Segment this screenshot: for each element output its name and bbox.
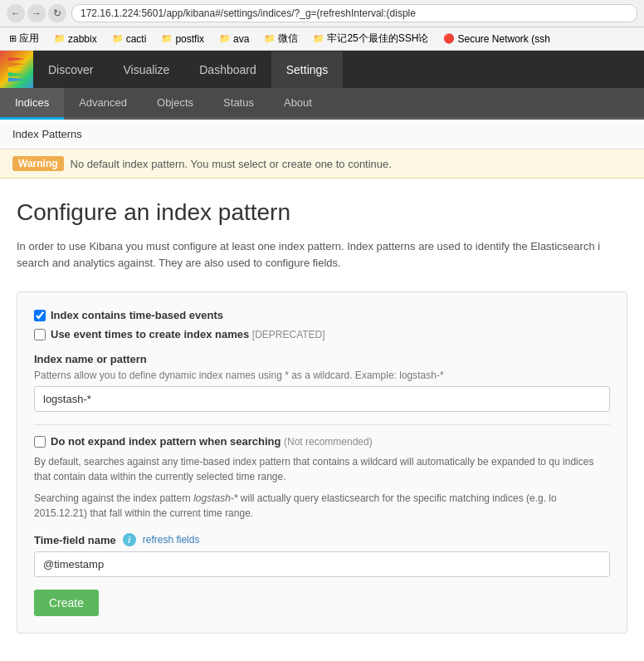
nav-dashboard[interactable]: Dashboard bbox=[184, 51, 271, 88]
main-content: Configure an index pattern In order to u… bbox=[0, 179, 644, 650]
bookmarks-bar: ⊞ 应用 📁 zabbix 📁 cacti 📁 postfix 📁 ava 📁 … bbox=[0, 27, 644, 51]
page-description: In order to use Kibana you must configur… bbox=[17, 238, 627, 271]
event-times-checkbox-row: Use event times to create index names [D… bbox=[34, 328, 610, 340]
bookmark-zabbix[interactable]: 📁 zabbix bbox=[50, 32, 101, 47]
bookmark-secure-network[interactable]: 🔴 Secure Network (ssh bbox=[439, 32, 554, 47]
bookmark-zabbix-label: zabbix bbox=[68, 33, 97, 45]
nav-settings[interactable]: Settings bbox=[271, 51, 344, 88]
index-name-input[interactable]: logstash-* bbox=[34, 386, 610, 412]
bookmark-postfix-label: postfix bbox=[175, 33, 204, 45]
expand-label-text: Do not expand index pattern when searchi… bbox=[51, 435, 281, 448]
nav-visualize[interactable]: Visualize bbox=[108, 51, 184, 88]
info-icon[interactable]: i bbox=[123, 533, 136, 546]
bookmark-ava-label: ava bbox=[233, 33, 249, 45]
expand-checkbox-row: Do not expand index pattern when searchi… bbox=[34, 435, 610, 448]
subnav-status[interactable]: Status bbox=[208, 88, 269, 117]
bookmark-wechat[interactable]: 📁 微信 bbox=[260, 30, 302, 47]
expand-desc2-italic: logstash-* bbox=[193, 492, 237, 504]
bookmark-ssh-tips[interactable]: 📁 牢记25个最佳的SSH论 bbox=[309, 30, 432, 47]
folder-icon: 📁 bbox=[219, 33, 231, 44]
folder-icon: 📁 bbox=[112, 33, 124, 44]
secure-icon: 🔴 bbox=[443, 33, 455, 44]
bookmark-apps-label: 应用 bbox=[19, 32, 39, 46]
refresh-fields-link[interactable]: refresh fields bbox=[143, 534, 200, 546]
settings-subnav: Indices Advanced Objects Status About bbox=[0, 88, 644, 120]
kibana-topnav: Discover Visualize Dashboard Settings bbox=[0, 51, 644, 88]
event-times-label[interactable]: Use event times to create index names [D… bbox=[51, 328, 325, 340]
expand-desc1: By default, searches against any time-ba… bbox=[34, 454, 610, 484]
subnav-indices[interactable]: Indices bbox=[0, 88, 64, 120]
folder-icon: 📁 bbox=[264, 33, 276, 44]
bookmark-apps[interactable]: ⊞ 应用 bbox=[5, 30, 43, 47]
bookmark-wechat-label: 微信 bbox=[278, 32, 298, 46]
expand-desc2: Searching against the index pattern logs… bbox=[34, 491, 610, 521]
back-button[interactable]: ← bbox=[7, 4, 25, 22]
deprecated-tag: [DEPRECATED] bbox=[252, 329, 325, 340]
time-based-checkbox[interactable] bbox=[34, 310, 46, 321]
reload-button[interactable]: ↻ bbox=[48, 4, 66, 22]
warning-bar: Warning No default index pattern. You mu… bbox=[0, 149, 644, 179]
time-based-checkbox-row: Index contains time-based events bbox=[34, 309, 610, 321]
address-bar[interactable]: 172.16.1.224:5601/app/kibana#/settings/i… bbox=[71, 4, 637, 22]
time-field-section: Time-field name i refresh fields @timest… bbox=[34, 533, 610, 577]
bookmark-postfix[interactable]: 📁 postfix bbox=[157, 32, 208, 47]
index-name-hint: Patterns allow you to define dynamic ind… bbox=[34, 370, 610, 381]
browser-chrome: ← → ↻ 172.16.1.224:5601/app/kibana#/sett… bbox=[0, 0, 644, 27]
index-pattern-form: Index contains time-based events Use eve… bbox=[17, 291, 627, 634]
apps-icon: ⊞ bbox=[9, 33, 17, 44]
event-times-label-text: Use event times to create index names bbox=[51, 328, 249, 340]
event-times-checkbox[interactable] bbox=[34, 329, 46, 340]
expand-desc2-prefix: Searching against the index pattern bbox=[34, 492, 193, 504]
time-field-header-row: Time-field name i refresh fields bbox=[34, 533, 610, 546]
expand-checkbox[interactable] bbox=[34, 436, 46, 448]
folder-icon: 📁 bbox=[313, 33, 324, 44]
subnav-advanced[interactable]: Advanced bbox=[64, 88, 142, 117]
create-button[interactable]: Create bbox=[34, 590, 99, 616]
subnav-about[interactable]: About bbox=[269, 88, 327, 117]
bookmark-cacti[interactable]: 📁 cacti bbox=[108, 32, 151, 47]
expand-label[interactable]: Do not expand index pattern when searchi… bbox=[51, 435, 373, 448]
bookmark-ava[interactable]: 📁 ava bbox=[215, 32, 253, 47]
forward-button[interactable]: → bbox=[27, 4, 46, 22]
nav-buttons[interactable]: ← → ↻ bbox=[7, 4, 66, 22]
breadcrumb: Index Patterns bbox=[0, 120, 644, 149]
page-title: Configure an index pattern bbox=[17, 199, 627, 226]
bookmark-secure-label: Secure Network (ssh bbox=[457, 33, 549, 45]
time-based-label[interactable]: Index contains time-based events bbox=[51, 309, 223, 321]
expand-section: Do not expand index pattern when searchi… bbox=[34, 424, 610, 521]
breadcrumb-text: Index Patterns bbox=[12, 128, 82, 140]
subnav-objects[interactable]: Objects bbox=[142, 88, 208, 117]
time-field-input[interactable]: @timestamp bbox=[34, 551, 610, 577]
kibana-logo bbox=[0, 51, 33, 88]
warning-message: No default index pattern. You must selec… bbox=[71, 158, 392, 170]
time-field-label: Time-field name bbox=[34, 534, 116, 546]
folder-icon: 📁 bbox=[54, 33, 66, 44]
index-name-label: Index name or pattern bbox=[34, 353, 610, 365]
bookmark-cacti-label: cacti bbox=[126, 33, 147, 45]
warning-badge: Warning bbox=[12, 156, 64, 171]
index-name-section: Index name or pattern Patterns allow you… bbox=[34, 353, 610, 412]
bookmark-ssh-tips-label: 牢记25个最佳的SSH论 bbox=[327, 32, 428, 46]
nav-discover[interactable]: Discover bbox=[33, 51, 108, 88]
expand-note: (Not recommended) bbox=[284, 436, 373, 448]
folder-icon: 📁 bbox=[161, 33, 173, 44]
